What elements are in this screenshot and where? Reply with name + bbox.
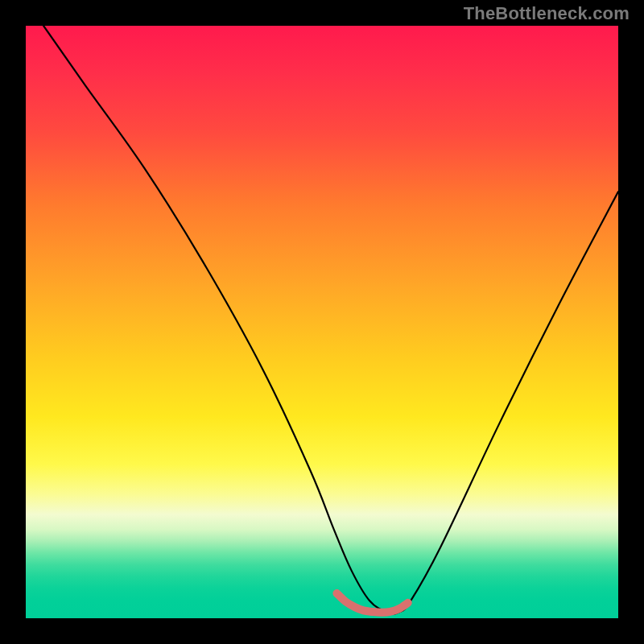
curve-layer — [26, 26, 618, 618]
watermark-text: TheBottleneck.com — [464, 3, 630, 24]
main-curve — [43, 26, 618, 614]
plot-area — [26, 26, 618, 618]
chart-container: TheBottleneck.com — [0, 0, 644, 644]
